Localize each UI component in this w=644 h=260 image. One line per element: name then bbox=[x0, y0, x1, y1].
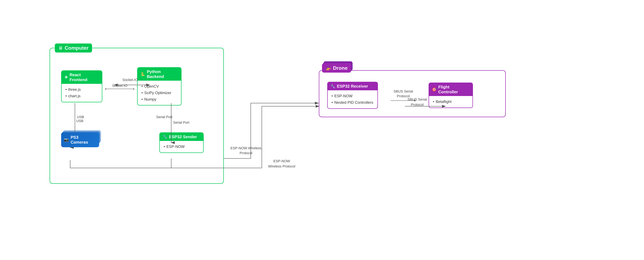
ps3-cameras-stack: 📷 PS3 Cameras bbox=[61, 132, 99, 145]
python-backend-list: OpenCV SciPy Optimizer Numpy bbox=[142, 83, 178, 103]
computer-group: 🖥 Computer ⚛ React Frontend three.js cha… bbox=[50, 48, 224, 184]
list-item: OpenCV bbox=[142, 83, 178, 90]
architecture-diagram: 🖥 Computer ⚛ React Frontend three.js cha… bbox=[37, 35, 607, 225]
esp32-receiver-header: 🔧 ESP32 Receiver bbox=[328, 82, 378, 90]
python-backend-title: Python Backend bbox=[147, 69, 178, 79]
react-frontend-list: three.js chart.js bbox=[66, 86, 99, 99]
esp32-sender-box: 🔧 ESP32 Sender ESP-NOW bbox=[159, 132, 204, 153]
drone-outer: 🚁 Drone 🔧 ESP32 Receiver ESP-NOW Nested … bbox=[319, 64, 506, 117]
esp32-sender-title: ESP32 Sender bbox=[169, 134, 197, 139]
socketio-connection: Socket.IO bbox=[102, 84, 137, 89]
list-item: Betaflight bbox=[433, 99, 469, 105]
flight-controller-header: 🎯 Flight Controller bbox=[429, 83, 472, 96]
react-icon: ⚛ bbox=[64, 75, 68, 80]
python-backend-body: OpenCV SciPy Optimizer Numpy bbox=[138, 81, 181, 105]
esp-now-label-abs: ESP-NOWWireless Protocol bbox=[268, 158, 295, 169]
computer-badge: 🖥 Computer bbox=[55, 43, 92, 52]
computer-icon: 🖥 bbox=[58, 45, 63, 51]
react-frontend-title: React Frontend bbox=[70, 72, 99, 82]
list-item: Nested PID Controllers bbox=[332, 99, 374, 106]
python-backend-header: 🐍 Python Backend bbox=[138, 68, 181, 81]
serial-port-label: Serial Port bbox=[156, 115, 172, 119]
esp32-receiver-icon: 🔧 bbox=[330, 84, 335, 89]
react-frontend-box: ⚛ React Frontend three.js chart.js bbox=[61, 70, 102, 102]
serial-port-label-abs: Serial Port bbox=[173, 121, 190, 125]
camera-icon: 📷 bbox=[64, 137, 69, 142]
react-frontend-body: three.js chart.js bbox=[62, 84, 102, 102]
python-icon: 🐍 bbox=[140, 72, 145, 76]
drone-icon: 🚁 bbox=[326, 65, 331, 71]
flight-controller-icon: 🎯 bbox=[432, 87, 437, 92]
ps3-cameras-label: PS3 Cameras bbox=[71, 135, 96, 145]
list-item: three.js bbox=[66, 86, 99, 93]
drone-badge: 🚁 Drone bbox=[322, 64, 351, 73]
drone-badge-label: Drone bbox=[333, 65, 348, 71]
esp32-receiver-list: ESP-NOW Nested PID Controllers bbox=[332, 93, 374, 106]
sbus-label-abs: SBUS SerialProtocol bbox=[408, 97, 427, 107]
socketio-label-abs: Socket.IO bbox=[122, 78, 138, 82]
drone-group: 🔧 ESP32 Receiver ESP-NOW Nested PID Cont… bbox=[319, 70, 506, 117]
flight-controller-box: 🎯 Flight Controller Betaflight bbox=[428, 83, 473, 108]
esp32-sender-icon: 🔧 bbox=[163, 135, 168, 139]
drone-badge-container: 🚁 Drone bbox=[322, 64, 351, 73]
esp32-receiver-box: 🔧 ESP32 Receiver ESP-NOW Nested PID Cont… bbox=[327, 82, 378, 109]
list-item: Numpy bbox=[142, 96, 178, 103]
esp32-sender-list: ESP-NOW bbox=[164, 143, 200, 150]
computer-badge-label: Computer bbox=[64, 45, 88, 51]
esp-now-label: ESP-NOW Wireless Protocol bbox=[230, 146, 262, 156]
list-item: chart.js bbox=[66, 93, 99, 99]
list-item: ESP-NOW bbox=[164, 143, 200, 150]
usb-label: USB bbox=[77, 115, 84, 119]
flight-controller-list: Betaflight bbox=[433, 99, 469, 105]
react-frontend-header: ⚛ React Frontend bbox=[62, 71, 102, 84]
usb-label-abs: USB bbox=[76, 119, 83, 123]
esp32-sender-header: 🔧 ESP32 Sender bbox=[160, 133, 203, 141]
flight-controller-body: Betaflight bbox=[429, 96, 472, 108]
python-backend-box: 🐍 Python Backend OpenCV SciPy Optimizer … bbox=[137, 67, 182, 106]
esp32-sender-body: ESP-NOW bbox=[160, 141, 203, 152]
esp32-receiver-body: ESP-NOW Nested PID Controllers bbox=[328, 90, 378, 108]
list-item: SciPy Optimizer bbox=[142, 90, 178, 96]
list-item: ESP-NOW bbox=[332, 93, 374, 99]
esp32-receiver-title: ESP32 Receiver bbox=[337, 84, 368, 89]
esp-now-text: ESP-NOW Wireless Protocol bbox=[230, 146, 262, 155]
flight-controller-title: Flight Controller bbox=[438, 85, 470, 94]
socketio-label: Socket.IO bbox=[112, 84, 128, 88]
